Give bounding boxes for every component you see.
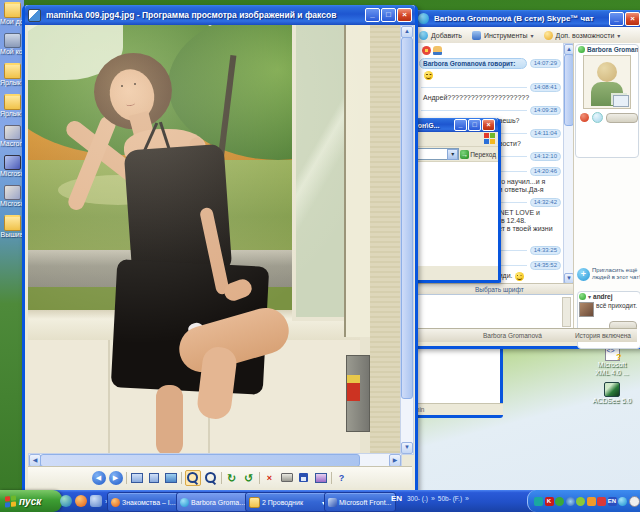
- best-fit-button[interactable]: [130, 471, 144, 485]
- viewer-vertical-scrollbar[interactable]: ▲ ▼: [400, 25, 414, 455]
- panel-contact-header[interactable]: Barbora Gromanová: [576, 45, 638, 54]
- skype-titlebar[interactable]: Barbora Gromanová (В сети) Skype™ чат _ …: [415, 10, 640, 27]
- desktop-icon-my-computer[interactable]: Мой компью: [0, 33, 24, 56]
- folder-icon: [4, 2, 21, 18]
- rotate-clockwise-button[interactable]: ↻: [225, 471, 239, 485]
- desktop-icon-app-1[interactable]: Macrom Stu: [0, 125, 24, 148]
- statusbar-contact: Barbora Gromanová: [483, 332, 542, 339]
- tray-icon-language[interactable]: EN: [608, 497, 617, 506]
- taskbar-button-explorer-group[interactable]: 2 Проводник ▾: [245, 492, 329, 512]
- user-quicklaunch-icon[interactable]: [90, 495, 102, 507]
- minimize-button[interactable]: _: [609, 12, 624, 26]
- input-scrollbar[interactable]: [562, 297, 571, 327]
- taskbar-button-frontpage[interactable]: Microsoft Front...: [324, 492, 396, 512]
- slideshow-button[interactable]: [164, 471, 178, 485]
- desktop-icon-acdsee[interactable]: ACDSee 5.0: [582, 382, 640, 405]
- application-icon: [4, 125, 21, 140]
- viewer-titlebar[interactable]: maminka 009.jpg4.jpg - Программа просмот…: [25, 5, 415, 25]
- language-indicator[interactable]: EN: [391, 494, 402, 503]
- tray-icon-globe[interactable]: [566, 497, 575, 506]
- desktop-icon-folder-3[interactable]: Вышив: [0, 215, 24, 239]
- desktop-icon-shortcut-2[interactable]: Ярлык Grom: [0, 94, 24, 118]
- edit-button[interactable]: [314, 471, 328, 485]
- maximize-button[interactable]: □: [381, 8, 396, 22]
- go-arrow-icon: →: [460, 150, 469, 159]
- chat-message: 14:08:41 Андрей?????????????????????: [417, 83, 563, 104]
- chat-author-row: Barbora Gromanová говорит: 14:07:29: [419, 58, 561, 69]
- close-button[interactable]: ×: [482, 119, 495, 131]
- mini-toolbar-item[interactable]: 300- (.): [407, 495, 428, 502]
- address-dropdown-button[interactable]: ▾: [447, 149, 458, 160]
- address-input[interactable]: ▾: [413, 148, 459, 160]
- timestamp: 14:09:28: [530, 106, 561, 115]
- minimize-button[interactable]: _: [454, 119, 467, 131]
- toolbar-separator: [331, 472, 332, 484]
- explorer-addressbar: ▾ → Переход: [411, 147, 498, 162]
- online-status-icon: [579, 293, 586, 300]
- tray-icon-clock-app[interactable]: [629, 496, 640, 507]
- start-button[interactable]: пуск: [0, 490, 62, 512]
- maximize-button[interactable]: □: [468, 119, 481, 131]
- desktop-icon-label: Microsoft XML 4.0 ...: [582, 361, 640, 377]
- call-action-button[interactable]: [606, 113, 638, 123]
- add-button[interactable]: Добавить: [431, 32, 462, 39]
- go-button[interactable]: → Переход: [460, 150, 496, 159]
- tray-icon-teal[interactable]: [534, 497, 543, 506]
- photos-overlay-icon: [613, 95, 629, 107]
- close-button[interactable]: ×: [397, 8, 412, 22]
- timestamp: 14:32:42: [530, 198, 561, 207]
- quick-launch-bar: »: [60, 493, 109, 509]
- window-statusbar: min: [411, 403, 503, 415]
- actual-size-button[interactable]: [147, 471, 161, 485]
- tray-icon-messenger[interactable]: [587, 497, 596, 506]
- taskbar-button-skype[interactable]: Barbora Groma...: [176, 492, 250, 512]
- previous-image-button[interactable]: ◀: [92, 471, 106, 485]
- scroll-down-arrow[interactable]: ▼: [401, 442, 413, 454]
- rotate-counterclockwise-button[interactable]: ↺: [242, 471, 256, 485]
- firefox-icon: [111, 498, 120, 507]
- edit-icon: [315, 473, 327, 483]
- zoom-in-button[interactable]: [185, 470, 201, 486]
- close-button[interactable]: ×: [625, 12, 640, 26]
- desktop-icon-my-documents[interactable]: Мои докуме: [0, 2, 24, 26]
- help-button[interactable]: ?: [335, 471, 349, 485]
- hangup-call-button[interactable]: [580, 113, 589, 122]
- desktop-icon-app-2[interactable]: Microsoft: [0, 185, 24, 208]
- tools-menu[interactable]: Инструменты: [484, 32, 528, 39]
- minimize-button[interactable]: _: [365, 8, 380, 22]
- zoom-out-button[interactable]: [204, 471, 218, 485]
- explorer-titlebar[interactable]: юн\G... _ □ ×: [411, 118, 498, 132]
- desktop-screen: Мои докуме Мой компью Ярлык для Ж Ярлык …: [0, 0, 640, 512]
- desktop-icon-frontpage[interactable]: Microsoft Fr: [0, 155, 24, 178]
- print-button[interactable]: [280, 471, 294, 485]
- save-button[interactable]: [297, 471, 311, 485]
- scrollbar-thumb[interactable]: [401, 37, 413, 399]
- task-label: Знакомства – I...: [122, 499, 176, 506]
- contact-header[interactable]: ▾ andrej: [578, 292, 640, 301]
- invite-row[interactable]: + Пригласить ещё людей в этот чат!: [575, 265, 640, 283]
- firefox-quicklaunch-icon[interactable]: [75, 495, 87, 507]
- delete-button[interactable]: ×: [263, 471, 277, 485]
- browser-quicklaunch-icon[interactable]: [60, 495, 72, 507]
- tray-icon-green[interactable]: [555, 497, 564, 506]
- acdsee-app-icon: [604, 382, 620, 397]
- mini-toolbar-chevron[interactable]: »: [465, 495, 469, 502]
- mini-toolbar-item[interactable]: 50b- (F.): [438, 495, 462, 502]
- contact-message-text: всё приходит.: [596, 302, 637, 309]
- tray-icon-antivirus[interactable]: K: [545, 497, 554, 506]
- flower-emoticon: [422, 46, 431, 55]
- taskbar-button-firefox[interactable]: Знакомства – I...: [107, 492, 181, 512]
- extras-menu[interactable]: Доп. возможности: [556, 32, 615, 39]
- chat-input-box[interactable]: [417, 294, 573, 329]
- next-image-button[interactable]: ▶: [109, 471, 123, 485]
- choose-font-link[interactable]: Выбрать шрифт: [475, 286, 524, 293]
- tray-icon-skype[interactable]: [618, 497, 627, 506]
- toolbar-separator: [259, 472, 260, 484]
- video-call-button[interactable]: [592, 112, 603, 123]
- computer-icon: [4, 33, 21, 48]
- tray-icon-lime[interactable]: [576, 497, 585, 506]
- mini-toolbar-chevron[interactable]: »: [431, 495, 435, 502]
- tray-icon-red[interactable]: [597, 497, 606, 506]
- desktop-icon-shortcut-1[interactable]: Ярлык для Ж: [0, 63, 24, 87]
- contact-message-row: всё приходит.: [578, 301, 640, 318]
